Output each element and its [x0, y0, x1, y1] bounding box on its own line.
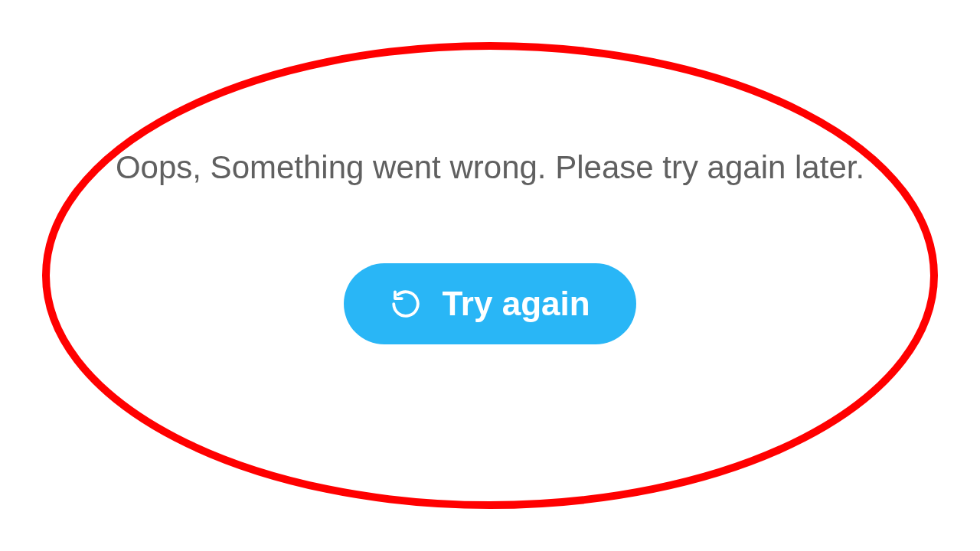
try-again-label: Try again — [442, 285, 590, 323]
error-message-text: Oops, Something went wrong. Please try a… — [116, 145, 864, 191]
try-again-button[interactable]: Try again — [344, 263, 635, 344]
refresh-ccw-icon — [390, 288, 422, 320]
error-panel: Oops, Something went wrong. Please try a… — [0, 207, 980, 344]
